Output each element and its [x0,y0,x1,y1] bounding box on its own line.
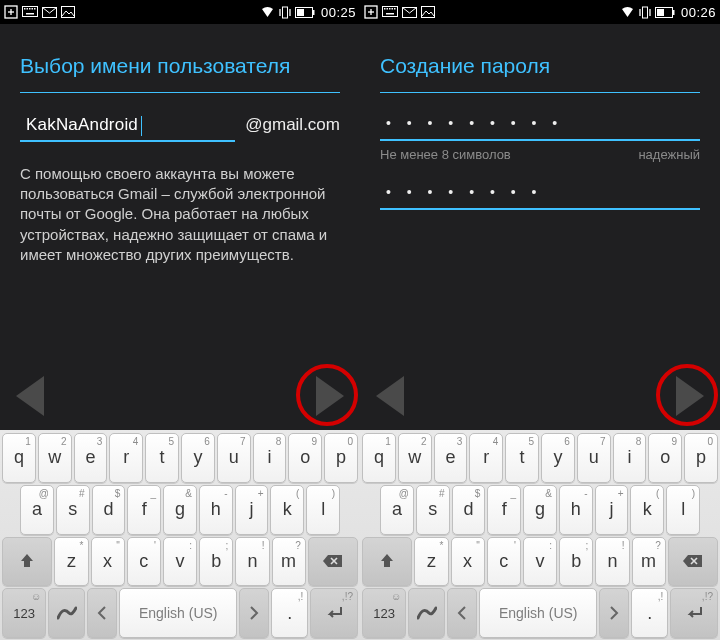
page-title: Выбор имени пользователя [20,42,340,92]
next-button[interactable] [676,376,704,416]
key-x[interactable]: x" [451,537,485,587]
nav-bar [0,366,360,426]
key-h[interactable]: h- [559,485,593,535]
keyboard: q1w2e3r4t5y6u7i8o9p0a@s#d$f_g&h-j+k(l)z*… [0,430,360,640]
key-h[interactable]: h- [199,485,233,535]
numeric-key[interactable]: 123☺ [2,588,46,638]
key-p[interactable]: p0 [684,433,718,483]
space-key[interactable]: English (US) [119,588,237,638]
key-b[interactable]: b; [559,537,593,587]
cursor-right-key[interactable] [239,588,269,638]
key-d[interactable]: d$ [92,485,126,535]
key-s[interactable]: s# [416,485,450,535]
key-k[interactable]: k( [270,485,304,535]
svg-rect-27 [392,8,394,10]
plus-icon [364,5,378,19]
key-e[interactable]: e3 [74,433,108,483]
key-a[interactable]: a@ [380,485,414,535]
key-x[interactable]: x" [91,537,125,587]
key-a[interactable]: a@ [20,485,54,535]
space-key[interactable]: English (US) [479,588,597,638]
key-j[interactable]: j+ [595,485,629,535]
key-k[interactable]: k( [630,485,664,535]
svg-rect-26 [389,8,391,10]
shift-key[interactable] [362,537,412,587]
vibrate-icon [639,6,651,19]
key-c[interactable]: c' [487,537,521,587]
key-m[interactable]: m? [272,537,306,587]
key-l[interactable]: l) [666,485,700,535]
key-z[interactable]: z* [54,537,88,587]
key-d[interactable]: d$ [452,485,486,535]
mail-icon [42,7,57,18]
password-input[interactable]: • • • • • • • • • [380,113,700,141]
back-button[interactable] [376,376,404,416]
key-y[interactable]: y6 [541,433,575,483]
period-key[interactable]: .,! [631,588,668,638]
shift-key[interactable] [2,537,52,587]
key-c[interactable]: c' [127,537,161,587]
back-button[interactable] [16,376,44,416]
key-s[interactable]: s# [56,485,90,535]
key-j[interactable]: j+ [235,485,269,535]
key-g[interactable]: g& [163,485,197,535]
swiftkey-icon[interactable] [408,588,445,638]
key-f[interactable]: f_ [487,485,521,535]
svg-rect-5 [27,8,29,10]
key-t[interactable]: t5 [505,433,539,483]
key-l[interactable]: l) [306,485,340,535]
svg-rect-28 [394,8,396,10]
key-t[interactable]: t5 [145,433,179,483]
key-p[interactable]: p0 [324,433,358,483]
key-n[interactable]: n! [595,537,629,587]
svg-rect-17 [297,9,304,16]
password-confirm-value: • • • • • • • • [380,182,544,204]
cursor-right-key[interactable] [599,588,629,638]
key-y[interactable]: y6 [181,433,215,483]
key-u[interactable]: u7 [217,433,251,483]
wifi-icon [260,6,275,18]
numeric-key[interactable]: 123☺ [362,588,406,638]
key-q[interactable]: q1 [2,433,36,483]
enter-key[interactable]: ,!? [670,588,718,638]
key-i[interactable]: i8 [613,433,647,483]
key-r[interactable]: r4 [109,433,143,483]
svg-rect-31 [422,7,435,18]
key-o[interactable]: o9 [288,433,322,483]
password-confirm-input[interactable]: • • • • • • • • [380,182,700,210]
username-input[interactable]: KakNaAndroid [20,113,235,142]
key-b[interactable]: b; [199,537,233,587]
backspace-key[interactable] [308,537,358,587]
swiftkey-icon[interactable] [48,588,85,638]
key-r[interactable]: r4 [469,433,503,483]
key-v[interactable]: v: [163,537,197,587]
backspace-key[interactable] [668,537,718,587]
nav-bar [360,366,720,426]
key-e[interactable]: e3 [434,433,468,483]
keyboard-icon [22,6,38,18]
key-w[interactable]: w2 [38,433,72,483]
enter-key[interactable]: ,!? [310,588,358,638]
key-v[interactable]: v: [523,537,557,587]
period-key[interactable]: .,! [271,588,308,638]
password-hint: Не менее 8 символов [380,147,511,162]
key-u[interactable]: u7 [577,433,611,483]
key-i[interactable]: i8 [253,433,287,483]
next-button[interactable] [316,376,344,416]
key-m[interactable]: m? [632,537,666,587]
key-q[interactable]: q1 [362,433,396,483]
key-w[interactable]: w2 [398,433,432,483]
key-o[interactable]: o9 [648,433,682,483]
battery-icon [655,7,675,18]
title-divider [380,92,700,93]
username-value: KakNaAndroid [20,113,140,135]
cursor-left-key[interactable] [447,588,477,638]
key-n[interactable]: n! [235,537,269,587]
clock: 00:26 [681,5,716,20]
cursor-left-key[interactable] [87,588,117,638]
key-z[interactable]: z* [414,537,448,587]
key-g[interactable]: g& [523,485,557,535]
description-text: С помощью своего аккаунта вы можете поль… [20,164,340,265]
key-f[interactable]: f_ [127,485,161,535]
mail-icon [402,7,417,18]
